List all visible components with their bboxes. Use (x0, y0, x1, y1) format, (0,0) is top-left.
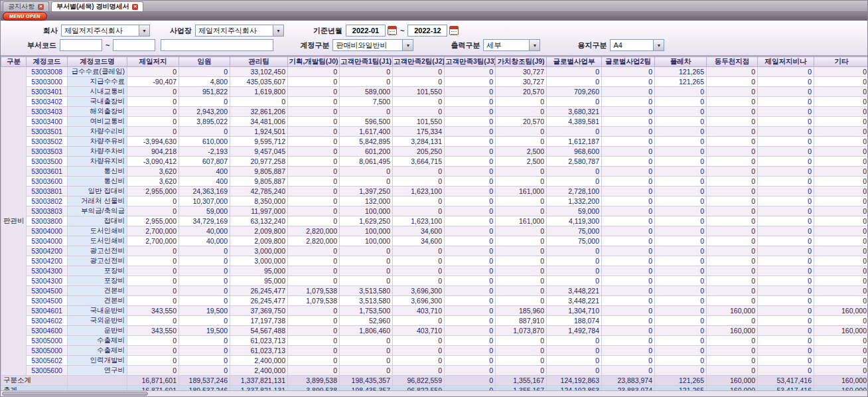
scrollbar-thumb[interactable] (2, 392, 148, 396)
account-code-cell[interactable]: 53004000 (27, 226, 68, 236)
value-cell[interactable]: 1,629,250 (340, 216, 393, 226)
value-cell[interactable]: 0 (127, 276, 179, 286)
value-cell[interactable]: 0 (655, 296, 707, 306)
value-cell[interactable]: 63,132,240 (230, 216, 288, 226)
value-cell[interactable]: 0 (445, 236, 496, 246)
value-cell[interactable]: 0 (707, 87, 758, 97)
workplace-select[interactable]: 제일저지주식회사 ▼ (195, 25, 284, 37)
value-cell[interactable]: 75,000 (547, 226, 602, 236)
value-cell[interactable]: 403,710 (393, 306, 445, 316)
value-cell[interactable]: 100,000 (340, 206, 393, 216)
account-code-cell[interactable]: 53003403 (27, 107, 68, 117)
value-cell[interactable]: 607,807 (179, 157, 230, 167)
account-code-cell[interactable]: 53003502 (27, 137, 68, 147)
value-cell[interactable]: 0 (814, 316, 868, 326)
value-cell[interactable]: 0 (445, 216, 496, 226)
value-cell[interactable]: 161,000 (496, 216, 547, 226)
value-cell[interactable]: 8,061,495 (340, 157, 393, 167)
value-cell[interactable]: 0 (655, 316, 707, 326)
value-cell[interactable]: 9,805,887 (230, 177, 288, 187)
value-cell[interactable]: 0 (758, 276, 814, 286)
value-cell[interactable]: 0 (602, 286, 655, 296)
value-cell[interactable]: 20,570 (496, 117, 547, 127)
value-cell[interactable]: 26,245,477 (230, 296, 288, 306)
value-cell[interactable]: 54,567,488 (230, 326, 288, 336)
account-code-cell[interactable]: 53003802 (27, 197, 68, 206)
value-cell[interactable]: 0 (547, 256, 602, 266)
value-cell[interactable]: 589,000 (340, 87, 393, 97)
value-cell[interactable]: 0 (602, 137, 655, 147)
value-cell[interactable]: 0 (814, 206, 868, 216)
value-cell[interactable]: 0 (496, 296, 547, 306)
value-cell[interactable]: 887,910 (496, 316, 547, 326)
value-cell[interactable]: 0 (496, 107, 547, 117)
value-cell[interactable]: 0 (655, 326, 707, 336)
value-cell[interactable]: 0 (393, 366, 445, 376)
value-cell[interactable]: 0 (814, 356, 868, 366)
value-cell[interactable]: 0 (707, 197, 758, 206)
value-cell[interactable]: 0 (758, 177, 814, 187)
value-cell[interactable]: 2,820,000 (288, 236, 340, 246)
value-cell[interactable]: 0 (707, 77, 758, 87)
account-code-cell[interactable]: 53003500 (27, 157, 68, 167)
value-cell[interactable]: 0 (288, 216, 340, 226)
value-cell[interactable]: 0 (758, 366, 814, 376)
value-cell[interactable]: 61,023,713 (230, 346, 288, 356)
value-cell[interactable]: 3,696,300 (393, 286, 445, 296)
value-cell[interactable]: 160,000 (707, 326, 758, 336)
value-cell[interactable]: 0 (655, 206, 707, 216)
value-cell[interactable]: 0 (288, 107, 340, 117)
account-code-cell[interactable]: 53003503 (27, 147, 68, 157)
value-cell[interactable]: 0 (707, 127, 758, 137)
value-cell[interactable]: 0 (707, 177, 758, 187)
value-cell[interactable]: 0 (288, 137, 340, 147)
value-cell[interactable]: 0 (814, 87, 868, 97)
value-cell[interactable]: 0 (758, 206, 814, 216)
value-cell[interactable]: 0 (445, 117, 496, 127)
value-cell[interactable]: 0 (445, 77, 496, 87)
account-code-cell[interactable]: 53003601 (27, 167, 68, 177)
account-name-cell[interactable]: 차량유지비 (68, 157, 127, 167)
value-cell[interactable]: 0 (127, 346, 179, 356)
value-cell[interactable]: 0 (655, 117, 707, 127)
account-code-cell[interactable]: 53003600 (27, 177, 68, 187)
value-cell[interactable]: 0 (127, 127, 179, 137)
value-cell[interactable]: 0 (127, 97, 179, 107)
value-cell[interactable]: 0 (707, 296, 758, 306)
value-cell[interactable]: 0 (655, 177, 707, 187)
value-cell[interactable]: 0 (547, 356, 602, 366)
value-cell[interactable]: 0 (707, 356, 758, 366)
value-cell[interactable]: 0 (707, 366, 758, 376)
value-cell[interactable]: 0 (655, 246, 707, 256)
account-code-cell[interactable]: 53004300 (27, 266, 68, 276)
value-cell[interactable]: 0 (655, 187, 707, 197)
value-cell[interactable]: 0 (814, 246, 868, 256)
value-cell[interactable]: -3,090,412 (127, 157, 179, 167)
value-cell[interactable]: 0 (547, 97, 602, 107)
value-cell[interactable]: 0 (445, 167, 496, 177)
value-cell[interactable]: 0 (655, 216, 707, 226)
value-cell[interactable]: 0 (547, 336, 602, 346)
value-cell[interactable]: 0 (340, 356, 393, 366)
value-cell[interactable]: 0 (758, 266, 814, 276)
value-cell[interactable]: 0 (179, 366, 230, 376)
value-cell[interactable]: 0 (707, 346, 758, 356)
value-cell[interactable]: 161,000 (496, 187, 547, 197)
value-cell[interactable]: 0 (602, 226, 655, 236)
value-cell[interactable]: 34,600 (393, 236, 445, 246)
account-name-cell[interactable]: 접대비 (68, 216, 127, 226)
value-cell[interactable]: 0 (445, 346, 496, 356)
value-cell[interactable]: 101,550 (393, 117, 445, 127)
account-code-cell[interactable]: 53005000 (27, 336, 68, 346)
value-cell[interactable]: 0 (127, 246, 179, 256)
value-cell[interactable]: 0 (814, 147, 868, 157)
value-cell[interactable]: 0 (758, 67, 814, 77)
value-cell[interactable]: 30,727 (496, 67, 547, 77)
value-cell[interactable]: 0 (602, 256, 655, 266)
value-cell[interactable]: 0 (340, 366, 393, 376)
tab-notice[interactable]: 공지사항 × (3, 1, 49, 11)
account-name-cell[interactable]: 운반비 (68, 326, 127, 336)
value-cell[interactable]: 0 (655, 157, 707, 167)
value-cell[interactable]: 0 (602, 77, 655, 87)
value-cell[interactable]: 0 (393, 256, 445, 266)
